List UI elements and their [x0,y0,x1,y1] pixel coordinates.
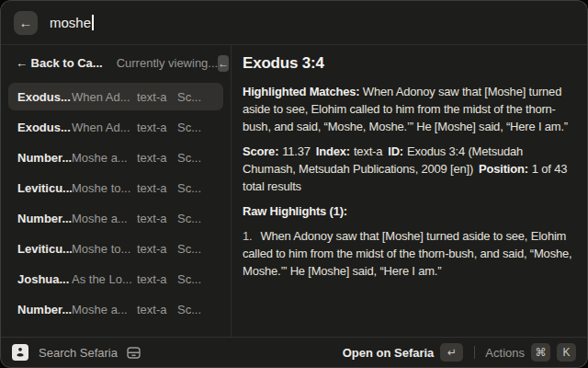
footer-divider [474,346,475,359]
result-score: Sc... [177,242,214,256]
result-title: Exodus... [17,121,72,134]
command-title: Search Sefaria [39,346,118,360]
list-item[interactable]: Number... Moshe a... text-a Sc... [8,204,223,232]
result-title: Number... [17,303,72,316]
detail-title: Exodus 3:4 [243,54,575,73]
result-index-tag: text-a [137,181,177,195]
result-score: Sc... [177,181,214,195]
drive-icon [127,347,141,359]
search-query-text: moshe [50,15,91,30]
action-bar: Search Sefaria Open on Sefaria ↵ Actions… [1,337,587,367]
result-score: Sc... [177,151,214,165]
result-score: Sc... [177,212,214,225]
list-item[interactable]: Exodus... When Ad... text-a Sc... [8,113,223,141]
launcher-window: ← moshe ← Back to Ca... Currently viewin… [0,0,588,368]
position-label: Position: [479,162,528,176]
list-item[interactable]: Leviticu... Moshe to... text-a Sc... [8,235,223,262]
result-title: Number... [17,212,72,225]
search-bar: ← moshe [1,1,587,45]
sefaria-logo-icon [12,344,28,361]
result-subtitle: Moshe a... [72,151,137,165]
result-score: Sc... [177,272,214,286]
result-title: Leviticu... [17,181,72,195]
raw-highlights-heading: Raw Highlights (1): [243,202,575,220]
list-item[interactable]: Number... Moshe a... text-a Sc... [8,144,223,171]
list-header: ← Back to Ca... Currently viewing... ← [1,45,231,81]
score-label: Score: [243,144,278,158]
raw-highlight-item: 1.When Adonoy saw that [Moshe] turned as… [243,227,575,280]
list-item[interactable]: Number... Moshe a... text-a Sc... [8,295,223,323]
open-on-sefaria-button[interactable]: Open on Sefaria ↵ [343,343,464,362]
result-index-tag: text-a [137,121,177,134]
result-index-tag: text-a [137,242,177,256]
result-subtitle: Moshe to... [72,181,137,195]
result-subtitle: As the Lo... [72,272,137,286]
actions-label: Actions [485,346,525,360]
result-title: Exodus... [17,90,72,104]
result-metadata: Score:11.37Index:text-aID:Exodus 3:4 (Me… [243,143,575,195]
detail-panel: Exodus 3:4 Highlighted Matches: When Ado… [232,45,587,337]
highlighted-matches-label: Highlighted Matches: [243,85,359,98]
text-caret [92,15,94,30]
k-key-badge: K [557,343,576,362]
index-label: Index: [316,144,350,158]
index-value: text-a [354,144,382,158]
result-title: Leviticu... [17,242,72,256]
result-subtitle: When Ad... [72,90,137,104]
highlighted-matches-paragraph: Highlighted Matches: When Adonoy saw tha… [243,83,575,135]
result-title: Joshua... [17,272,72,286]
result-index-tag: text-a [137,151,177,165]
result-index-tag: text-a [137,272,177,286]
result-score: Sc... [177,303,214,316]
open-on-sefaria-label: Open on Sefaria [343,346,435,360]
result-index-tag: text-a [137,90,177,104]
back-badge-icon: ← [218,55,229,72]
arrow-left-icon: ← [19,11,33,35]
result-subtitle: Moshe a... [72,303,137,316]
id-label: ID: [388,144,403,158]
result-score: Sc... [177,121,214,134]
list-item[interactable]: Joshua... As the Lo... text-a Sc... [8,265,223,293]
result-subtitle: When Ad... [72,121,137,134]
result-subtitle: Moshe to... [72,242,137,256]
result-subtitle: Moshe a... [72,212,137,225]
score-value: 11.37 [282,144,311,158]
command-key-badge: ⌘ [531,343,550,362]
results-panel: ← Back to Ca... Currently viewing... ← E… [1,45,232,337]
result-index-tag: text-a [137,212,177,225]
raw-highlight-number: 1. [243,229,252,243]
back-to-categories-link[interactable]: ← Back to Ca... [16,56,103,70]
currently-viewing-label: Currently viewing... [117,56,219,70]
results-list: Exodus... When Ad... text-a Sc... Exodus… [1,81,231,326]
actions-button[interactable]: Actions ⌘ K [485,343,576,362]
result-title: Number... [17,151,72,165]
arrow-left-icon: ← [218,57,229,70]
raw-highlight-text: When Adonoy saw that [Moshe] turned asid… [243,229,571,278]
list-item[interactable]: Leviticu... Moshe to... text-a Sc... [8,174,223,201]
result-score: Sc... [177,90,214,104]
search-input[interactable]: moshe [50,15,94,30]
result-index-tag: text-a [137,303,177,316]
back-button[interactable]: ← [14,11,38,35]
main-content: ← Back to Ca... Currently viewing... ← E… [1,45,587,337]
return-key-badge: ↵ [440,343,463,362]
list-item[interactable]: Exodus... When Ad... text-a Sc... [8,83,223,110]
